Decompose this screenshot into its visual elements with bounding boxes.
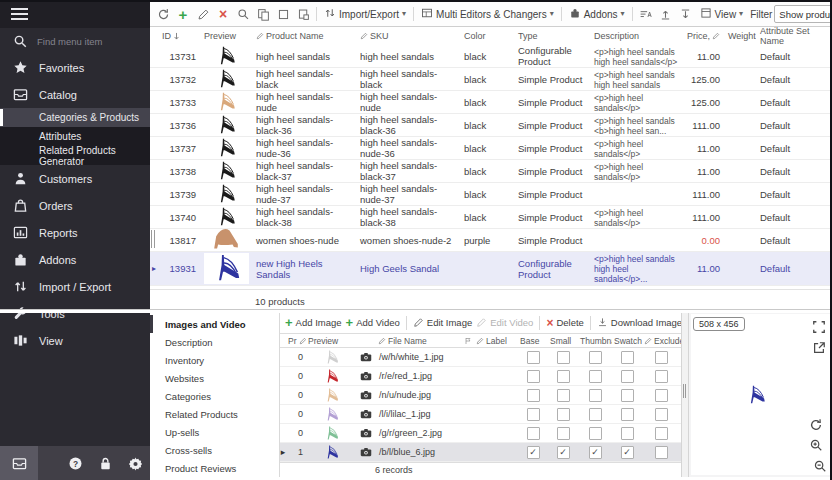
product-row[interactable]: ▸ 13931 new High Heels Sandals High Geel… (150, 252, 832, 286)
product-row[interactable]: 13817 women shoes-nude women shoes-nude-… (150, 229, 832, 252)
select-button[interactable] (274, 5, 292, 23)
tab-related-products[interactable]: Related Products (150, 405, 279, 423)
paste-button[interactable] (294, 5, 312, 23)
open-external-icon[interactable] (811, 340, 827, 356)
base-checkbox[interactable] (527, 389, 540, 402)
image-row[interactable]: 0 /w/h/white_1.jpg (280, 348, 681, 367)
expand-rows-button[interactable] (657, 5, 675, 23)
base-checkbox[interactable] (527, 446, 540, 459)
small-checkbox[interactable] (557, 370, 570, 383)
column-header-pr[interactable]: Pr (286, 334, 306, 347)
tab-inventory[interactable]: Inventory (150, 351, 279, 369)
add-product-button[interactable]: + (174, 5, 192, 23)
column-header-weight[interactable]: Weight (724, 27, 756, 45)
swatch-checkbox[interactable] (621, 370, 634, 383)
sidebar-item-catalog[interactable]: Catalog (0, 81, 150, 108)
thumbnail-checkbox[interactable] (589, 351, 602, 364)
sidebar-item-view[interactable]: View (0, 327, 150, 354)
delete-product-button[interactable]: × (214, 5, 232, 23)
base-checkbox[interactable] (527, 427, 540, 440)
edit-video-button[interactable]: Edit Video (476, 317, 533, 328)
sidebar-item-favorites[interactable]: Favorites (0, 54, 150, 81)
row-expand-arrow[interactable] (150, 183, 158, 205)
column-header-file-name[interactable]: File Name (376, 334, 462, 347)
sort-az-button[interactable] (637, 5, 655, 23)
menu-toggle-button[interactable] (0, 0, 150, 28)
sidebar-item-customers[interactable]: Customers (0, 165, 150, 192)
multi-editors-menu[interactable]: Multi Editors & Changers▾ (418, 7, 557, 21)
help-icon[interactable]: ? (60, 446, 90, 480)
tab-up-sells[interactable]: Up-sells (150, 423, 279, 441)
base-checkbox[interactable] (527, 370, 540, 383)
exclude-checkbox[interactable] (655, 351, 668, 364)
sidebar-item-orders[interactable]: Orders (0, 192, 150, 219)
product-row[interactable]: 13732 high heel sandals-black high heel … (150, 68, 832, 91)
column-header-preview[interactable]: Preview (200, 27, 252, 45)
row-expand-arrow[interactable] (150, 68, 158, 90)
swatch-checkbox[interactable] (621, 446, 634, 459)
swatch-checkbox[interactable] (621, 389, 634, 402)
thumbnail-checkbox[interactable] (589, 370, 602, 383)
tab-websites[interactable]: Websites (150, 369, 279, 387)
exclude-checkbox[interactable] (655, 408, 668, 421)
settings-icon[interactable] (120, 446, 150, 480)
zoom-in-icon[interactable] (808, 437, 824, 453)
filter-select[interactable]: Show products from selected categories ▾ (774, 5, 832, 23)
product-row[interactable]: 13733 high heel sandals-nude high heel s… (150, 91, 832, 114)
product-row[interactable]: 13739 high heel sandals-nude-37 high hee… (150, 183, 832, 206)
swatch-checkbox[interactable] (621, 408, 634, 421)
product-row[interactable]: 13740 high heel sandals-black-38 high he… (150, 206, 832, 229)
image-row[interactable]: ▸ 1 /b/l/blue_6.jpg (280, 443, 681, 462)
base-checkbox[interactable] (527, 351, 540, 364)
row-expand-arrow[interactable] (150, 91, 158, 113)
base-checkbox[interactable] (527, 408, 540, 421)
sidebar-search[interactable] (0, 28, 150, 54)
column-header-flag[interactable] (462, 334, 474, 347)
sidebar-search-input[interactable] (35, 35, 139, 48)
row-expand-arrow[interactable] (150, 137, 158, 159)
edit-product-button[interactable] (194, 5, 212, 23)
archive-icon[interactable] (0, 446, 38, 480)
tab-images-and-video[interactable]: Images and Video (150, 315, 279, 333)
exclude-checkbox[interactable] (655, 446, 668, 459)
addons-menu[interactable]: Addons▾ (566, 7, 628, 21)
import-export-menu[interactable]: Import/Export▾ (321, 7, 409, 21)
small-checkbox[interactable] (557, 427, 570, 440)
add-video-button[interactable]: +Add Video (346, 315, 400, 330)
download-image-button[interactable]: Download Image (597, 317, 681, 328)
column-header-name[interactable]: Product Name (252, 27, 356, 45)
row-expand-arrow[interactable] (150, 206, 158, 228)
panel-resize-handle[interactable] (681, 312, 689, 477)
exclude-checkbox[interactable] (655, 370, 668, 383)
tab-product-reviews[interactable]: Product Reviews (150, 459, 279, 477)
rotate-icon[interactable] (808, 417, 824, 433)
add-image-button[interactable]: +Add Image (285, 315, 342, 330)
row-expand-arrow[interactable] (150, 45, 158, 67)
sidebar-item-addons[interactable]: Addons (0, 246, 150, 273)
column-header-sku[interactable]: SKU (356, 27, 460, 45)
column-header-type[interactable]: Type (514, 27, 590, 45)
product-row[interactable]: 13731 high heel sandals high heel sandal… (150, 45, 832, 68)
image-row[interactable]: 0 /l/i/lilac_1.jpg (280, 405, 681, 424)
image-row[interactable]: 0 /r/e/red_1.jpg (280, 367, 681, 386)
column-header-description[interactable]: Description (590, 27, 682, 45)
sidebar-subitem-related-products-generator[interactable]: Related Products Generator (0, 146, 150, 165)
thumbnail-checkbox[interactable] (589, 427, 602, 440)
product-row[interactable]: 13736 high heel sandals-black-36 high he… (150, 114, 832, 137)
lock-icon[interactable] (90, 446, 120, 480)
sidebar-resize-handle[interactable] (151, 230, 155, 248)
row-expand-arrow[interactable] (150, 160, 158, 182)
column-header-color[interactable]: Color (460, 27, 514, 45)
thumbnail-checkbox[interactable] (589, 408, 602, 421)
exclude-checkbox[interactable] (655, 427, 668, 440)
exclude-checkbox[interactable] (655, 389, 668, 402)
image-row[interactable]: 0 /g/r/green_2.jpg (280, 424, 681, 443)
small-checkbox[interactable] (557, 408, 570, 421)
sidebar-item-reports[interactable]: Reports (0, 219, 150, 246)
small-checkbox[interactable] (557, 389, 570, 402)
column-header-img-preview[interactable]: Preview (306, 334, 356, 347)
product-row[interactable]: 13738 high heel sandals-black-37 high he… (150, 160, 832, 183)
tab-categories[interactable]: Categories (150, 387, 279, 405)
view-menu[interactable]: View▾ (697, 7, 747, 21)
column-header-base[interactable]: Base (518, 334, 548, 347)
